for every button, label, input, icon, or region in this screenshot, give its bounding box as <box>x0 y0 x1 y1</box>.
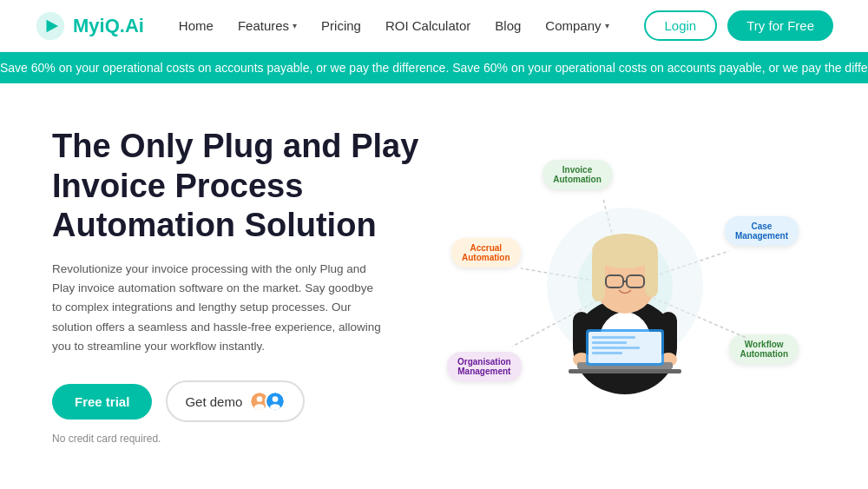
hero-left: The Only Plug and Play Invoice Process A… <box>52 127 434 445</box>
navbar: MyiQ.Ai Home Features ▾ Pricing ROI Calc… <box>0 0 868 52</box>
bubble-case: CaseManagement <box>725 216 799 246</box>
hero-section: The Only Plug and Play Invoice Process A… <box>0 83 868 471</box>
person-illustration <box>529 173 720 399</box>
nav-item-pricing[interactable]: Pricing <box>321 18 361 34</box>
no-credit-text: No credit card required. <box>52 433 434 445</box>
get-demo-label: Get demo <box>185 394 242 409</box>
hero-description: Revolutionize your invoice processing wi… <box>52 260 382 356</box>
hero-title: The Only Plug and Play Invoice Process A… <box>52 127 434 246</box>
bubble-workflow: WorkflowAutomation <box>729 334 799 364</box>
hero-right: InvoiceAutomation AccrualAutomation Case… <box>434 147 816 425</box>
slider-dots <box>0 471 868 489</box>
logo-icon <box>35 10 66 42</box>
svg-rect-33 <box>592 336 635 339</box>
avatar-2 <box>265 391 286 412</box>
svg-point-7 <box>270 404 280 410</box>
svg-rect-30 <box>569 369 681 373</box>
features-chevron-icon: ▾ <box>293 21 297 30</box>
svg-rect-35 <box>592 347 640 349</box>
login-button[interactable]: Login <box>644 10 718 41</box>
nav-links: Home Features ▾ Pricing ROI Calculator B… <box>179 18 609 34</box>
svg-point-3 <box>257 396 263 402</box>
company-chevron-icon: ▾ <box>605 21 609 30</box>
nav-actions: Login Try for Free <box>644 10 834 41</box>
ticker-banner: Save 60% on your operational costs on ac… <box>0 52 868 83</box>
svg-rect-34 <box>592 341 627 344</box>
hero-actions: Free trial Get demo <box>52 380 434 422</box>
nav-item-home[interactable]: Home <box>179 18 214 34</box>
demo-avatars <box>249 391 286 412</box>
svg-rect-21 <box>645 249 658 297</box>
nav-item-features[interactable]: Features ▾ <box>238 18 297 33</box>
logo-text: MyiQ.Ai <box>73 15 144 37</box>
svg-rect-36 <box>592 352 622 354</box>
ticker-text: Save 60% on your operational costs on ac… <box>0 61 868 75</box>
bubble-org: OrganisationManagement <box>447 352 522 381</box>
nav-item-roi[interactable]: ROI Calculator <box>385 18 470 34</box>
nav-item-company[interactable]: Company ▾ <box>545 18 608 33</box>
get-demo-button[interactable]: Get demo <box>166 380 305 422</box>
bubble-accrual: AccrualAutomation <box>451 238 521 268</box>
try-free-button[interactable]: Try for Free <box>727 10 833 41</box>
logo[interactable]: MyiQ.Ai <box>35 10 144 42</box>
nav-item-blog[interactable]: Blog <box>495 18 521 34</box>
free-trial-button[interactable]: Free trial <box>52 384 152 420</box>
svg-rect-20 <box>592 249 605 301</box>
svg-point-6 <box>273 396 279 402</box>
svg-point-4 <box>254 404 265 410</box>
